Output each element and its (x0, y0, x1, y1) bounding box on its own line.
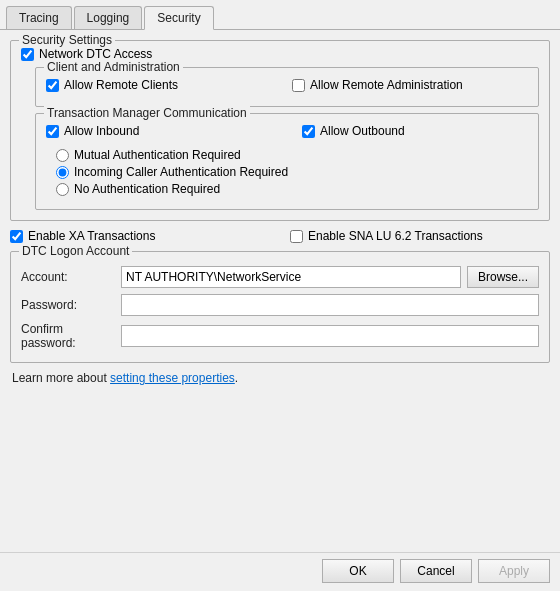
radio-mutual-row: Mutual Authentication Required (56, 148, 528, 162)
password-input[interactable] (121, 294, 539, 316)
tab-tracing[interactable]: Tracing (6, 6, 72, 29)
tab-logging[interactable]: Logging (74, 6, 143, 29)
learn-more-suffix: . (235, 371, 238, 385)
txn-manager-label: Transaction Manager Communication (44, 106, 250, 120)
main-window: Tracing Logging Security Security Settin… (0, 0, 560, 591)
allow-inbound-row: Allow Inbound (46, 124, 272, 138)
client-admin-label: Client and Administration (44, 60, 183, 74)
dtc-logon-label: DTC Logon Account (19, 244, 132, 258)
confirm-password-input[interactable] (121, 325, 539, 347)
ok-button[interactable]: OK (322, 559, 394, 583)
security-settings-group: Security Settings Network DTC Access Cli… (10, 40, 550, 221)
account-label: Account: (21, 270, 121, 284)
password-label: Password: (21, 298, 121, 312)
network-dtc-checkbox[interactable] (21, 48, 34, 61)
allow-remote-admin-checkbox[interactable] (292, 79, 305, 92)
radio-incoming-row: Incoming Caller Authentication Required (56, 165, 528, 179)
tab-content: Security Settings Network DTC Access Cli… (0, 30, 560, 552)
radio-noauth-row: No Authentication Required (56, 182, 528, 196)
client-admin-group: Client and Administration Allow Remote C… (35, 67, 539, 107)
allow-outbound-checkbox[interactable] (302, 125, 315, 138)
dtc-logon-group: DTC Logon Account Account: Browse... Pas… (10, 251, 550, 363)
learn-more-link[interactable]: setting these properties (110, 371, 235, 385)
learn-more-prefix: Learn more about (12, 371, 110, 385)
allow-inbound-label: Allow Inbound (64, 124, 139, 138)
allow-outbound-label: Allow Outbound (320, 124, 405, 138)
radio-mutual-label: Mutual Authentication Required (74, 148, 241, 162)
apply-button[interactable]: Apply (478, 559, 550, 583)
allow-remote-clients-label: Allow Remote Clients (64, 78, 178, 92)
radio-mutual[interactable] (56, 149, 69, 162)
allow-remote-clients-row: Allow Remote Clients (46, 78, 282, 92)
account-input[interactable] (121, 266, 461, 288)
inbound-outbound-row: Allow Inbound Allow Outbound (46, 124, 528, 142)
tab-security[interactable]: Security (144, 6, 213, 30)
allow-inbound-checkbox[interactable] (46, 125, 59, 138)
enable-xa-checkbox[interactable] (10, 230, 23, 243)
allow-remote-clients-checkbox[interactable] (46, 79, 59, 92)
enable-xa-row: Enable XA Transactions (10, 229, 270, 243)
enable-sna-label: Enable SNA LU 6.2 Transactions (308, 229, 483, 243)
radio-incoming[interactable] (56, 166, 69, 179)
network-dtc-label: Network DTC Access (39, 47, 152, 61)
radio-incoming-label: Incoming Caller Authentication Required (74, 165, 288, 179)
confirm-password-row: Confirm password: (21, 322, 539, 350)
radio-noauth[interactable] (56, 183, 69, 196)
enable-xa-label: Enable XA Transactions (28, 229, 155, 243)
password-row: Password: (21, 294, 539, 316)
radio-noauth-label: No Authentication Required (74, 182, 220, 196)
cancel-button[interactable]: Cancel (400, 559, 472, 583)
middle-options-row: Enable XA Transactions Enable SNA LU 6.2… (10, 229, 550, 243)
confirm-password-label: Confirm password: (21, 322, 121, 350)
tab-bar: Tracing Logging Security (0, 0, 560, 30)
learn-more-section: Learn more about setting these propertie… (10, 371, 550, 385)
client-admin-options: Allow Remote Clients Allow Remote Admini… (46, 78, 528, 96)
browse-button[interactable]: Browse... (467, 266, 539, 288)
account-row: Account: Browse... (21, 266, 539, 288)
allow-remote-admin-label: Allow Remote Administration (310, 78, 463, 92)
allow-remote-admin-row: Allow Remote Administration (292, 78, 528, 92)
button-bar: OK Cancel Apply (0, 552, 560, 591)
txn-manager-group: Transaction Manager Communication Allow … (35, 113, 539, 210)
security-settings-label: Security Settings (19, 33, 115, 47)
allow-outbound-row: Allow Outbound (302, 124, 528, 138)
network-dtc-row: Network DTC Access (21, 47, 539, 61)
enable-sna-row: Enable SNA LU 6.2 Transactions (290, 229, 550, 243)
enable-sna-checkbox[interactable] (290, 230, 303, 243)
